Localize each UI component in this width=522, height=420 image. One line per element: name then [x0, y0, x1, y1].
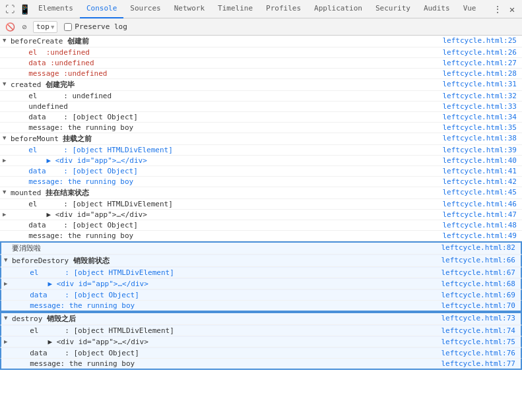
log-row: message :undefinedleftcycle.html:28 — [0, 69, 522, 79]
log-row: ▼beforeCreate 创建前leftcycle.html:25 — [0, 36, 522, 47]
expand-arrow[interactable]: ▼ — [1, 256, 12, 263]
expand-arrow — [0, 113, 11, 113]
log-source[interactable]: leftcycle.html:75 — [441, 338, 521, 346]
log-row: message: the running boyleftcycle.html:4… — [0, 231, 522, 241]
log-message: message: the running boy — [11, 123, 442, 132]
expand-arrow[interactable]: ▼ — [0, 36, 11, 44]
log-source[interactable]: leftcycle.html:33 — [442, 102, 522, 111]
expand-arrow[interactable]: ▼ — [0, 134, 11, 141]
log-row: message: the running boyleftcycle.html:7… — [0, 301, 522, 312]
expand-arrow — [0, 92, 11, 92]
inspect-icon[interactable]: ⛶ — [3, 2, 17, 16]
log-source[interactable]: leftcycle.html:38 — [442, 134, 522, 142]
log-row: ▼beforeDestory 销毁前状态leftcycle.html:66 — [0, 255, 522, 267]
log-source[interactable]: leftcycle.html:40 — [442, 156, 522, 165]
log-source[interactable]: leftcycle.html:45 — [442, 188, 522, 196]
log-source[interactable]: leftcycle.html:42 — [442, 177, 522, 186]
log-source[interactable]: leftcycle.html:28 — [442, 69, 522, 78]
log-row: el :undefinedleftcycle.html:26 — [0, 47, 522, 58]
log-row: data : [object Object]leftcycle.html:41 — [0, 166, 522, 177]
tab-timeline[interactable]: Timeline — [211, 0, 259, 18]
log-row: ▼mounted 挂在结束状态leftcycle.html:45 — [0, 187, 522, 199]
tab-network[interactable]: Network — [168, 0, 211, 18]
expand-arrow[interactable]: ▼ — [1, 314, 12, 321]
tab-application[interactable]: Application — [308, 0, 369, 18]
tab-profiles[interactable]: Profiles — [259, 0, 308, 18]
log-source[interactable]: leftcycle.html:46 — [442, 200, 522, 208]
log-source[interactable]: leftcycle.html:39 — [442, 146, 522, 154]
expand-arrow — [0, 221, 11, 222]
log-message: ▶ <div id="app">…</div> — [11, 156, 442, 165]
log-message: undefined — [11, 102, 442, 111]
expand-arrow[interactable]: ▶ — [0, 210, 11, 218]
expand-arrow — [0, 231, 11, 232]
expand-arrow — [1, 359, 12, 360]
expand-arrow — [0, 123, 11, 124]
tab-elements[interactable]: Elements — [32, 0, 80, 18]
log-message: data : [object Object] — [12, 349, 441, 357]
log-message: 要消毁啦 — [12, 243, 441, 253]
log-row: data : [object Object]leftcycle.html:69 — [0, 289, 522, 301]
expand-arrow[interactable]: ▼ — [0, 80, 11, 87]
log-source[interactable]: leftcycle.html:82 — [441, 243, 521, 252]
log-source[interactable]: leftcycle.html:74 — [441, 326, 521, 335]
log-row: ▶ ▶ <div id="app">…</div>leftcycle.html:… — [0, 278, 522, 289]
tab-security[interactable]: Security — [369, 0, 417, 18]
expand-arrow[interactable]: ▼ — [0, 188, 11, 195]
expand-arrow[interactable]: ▶ — [1, 280, 12, 287]
log-row: data : [object Object]leftcycle.html:48 — [0, 220, 522, 231]
console-content: ▼beforeCreate 创建前leftcycle.html:25 el :u… — [0, 36, 522, 420]
log-source[interactable]: leftcycle.html:73 — [441, 314, 521, 322]
log-source[interactable]: leftcycle.html:49 — [442, 231, 522, 240]
preserve-log-checkbox[interactable] — [64, 23, 72, 31]
expand-arrow — [0, 69, 11, 70]
tab-console[interactable]: Console — [80, 0, 123, 18]
log-row: el : [object HTMLDivElement]leftcycle.ht… — [0, 199, 522, 210]
log-source[interactable]: leftcycle.html:67 — [441, 268, 521, 277]
log-source[interactable]: leftcycle.html:41 — [442, 167, 522, 175]
log-source[interactable]: leftcycle.html:69 — [441, 291, 521, 299]
log-row: data : [object Object]leftcycle.html:34 — [0, 112, 522, 123]
log-source[interactable]: leftcycle.html:76 — [441, 349, 521, 357]
log-source[interactable]: leftcycle.html:32 — [442, 92, 522, 100]
clear-console-icon[interactable]: 🚫 — [4, 21, 16, 33]
close-devtools-icon[interactable]: ✕ — [505, 2, 519, 16]
log-source[interactable]: leftcycle.html:47 — [442, 210, 522, 219]
expand-arrow[interactable]: ▶ — [1, 338, 12, 345]
log-source[interactable]: leftcycle.html:77 — [441, 359, 521, 368]
log-message: el : undefined — [11, 92, 442, 100]
log-row: el : undefinedleftcycle.html:32 — [0, 91, 522, 102]
log-message: el : [object HTMLDivElement] — [11, 146, 442, 154]
device-icon[interactable]: 📱 — [17, 2, 32, 16]
log-row: data :undefinedleftcycle.html:27 — [0, 58, 522, 69]
log-source[interactable]: leftcycle.html:48 — [442, 221, 522, 229]
log-row: el : [object HTMLDivElement]leftcycle.ht… — [0, 145, 522, 156]
filter-icon[interactable]: ⊘ — [18, 21, 30, 33]
log-source[interactable]: leftcycle.html:34 — [442, 113, 522, 121]
log-source[interactable]: leftcycle.html:68 — [441, 280, 521, 288]
log-message: data : [object Object] — [11, 221, 442, 229]
log-source[interactable]: leftcycle.html:35 — [442, 123, 522, 132]
expand-arrow[interactable]: ▶ — [0, 156, 11, 164]
log-source[interactable]: leftcycle.html:27 — [442, 59, 522, 67]
log-source[interactable]: leftcycle.html:26 — [442, 48, 522, 57]
log-message: el : [object HTMLDivElement] — [12, 268, 441, 277]
log-message: message: the running boy — [12, 301, 441, 310]
log-message: message :undefined — [11, 69, 442, 78]
expand-arrow — [1, 301, 12, 302]
log-row: message: the running boyleftcycle.html:3… — [0, 123, 522, 133]
tab-vue[interactable]: Vue — [457, 0, 483, 18]
log-message: data : [object Object] — [11, 113, 442, 121]
log-source[interactable]: leftcycle.html:70 — [441, 301, 521, 310]
context-selector[interactable]: top ▼ — [33, 21, 57, 33]
more-tabs-icon[interactable]: ⋮ — [490, 2, 505, 16]
log-row: el : [object HTMLDivElement]leftcycle.ht… — [0, 267, 522, 278]
log-row: ▼destroy 销毁之后leftcycle.html:73 — [0, 312, 522, 325]
tab-audits[interactable]: Audits — [417, 0, 457, 18]
tab-sources[interactable]: Sources — [123, 0, 167, 18]
log-message: el : [object HTMLDivElement] — [12, 326, 441, 335]
log-source[interactable]: leftcycle.html:25 — [442, 36, 522, 45]
log-row: message: the running boyleftcycle.html:7… — [0, 359, 522, 370]
log-source[interactable]: leftcycle.html:31 — [442, 80, 522, 88]
log-source[interactable]: leftcycle.html:66 — [441, 256, 521, 264]
